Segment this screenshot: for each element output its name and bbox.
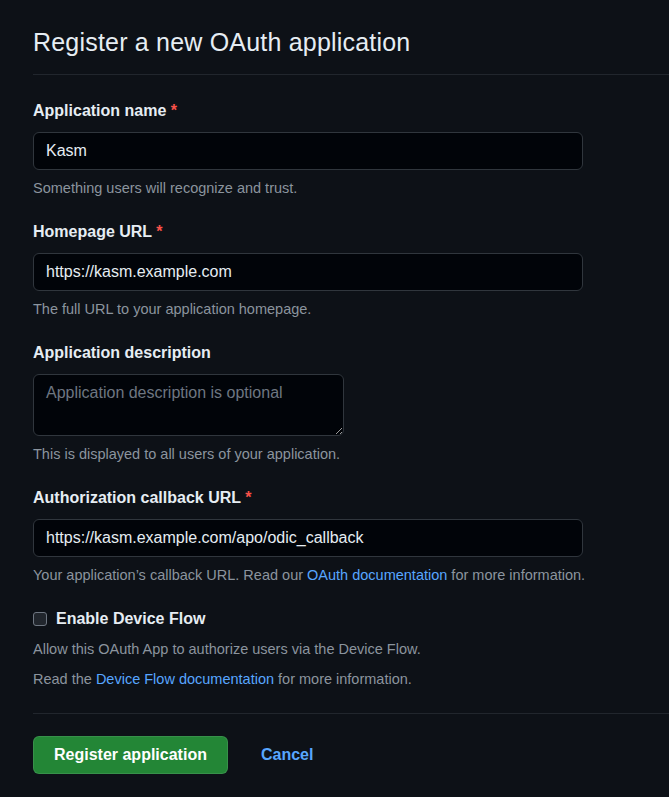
oauth-documentation-link[interactable]: OAuth documentation xyxy=(307,567,447,583)
application-description-note: This is displayed to all users of your a… xyxy=(33,446,669,463)
device-flow-checkbox[interactable] xyxy=(33,612,47,626)
form-actions: Register application Cancel xyxy=(33,736,669,774)
device-flow-note: Allow this OAuth App to authorize users … xyxy=(33,641,669,658)
required-asterisk: * xyxy=(245,489,251,506)
callback-url-group: Authorization callback URL * Your applic… xyxy=(33,488,669,584)
device-flow-read-prefix: Read the xyxy=(33,671,96,687)
homepage-url-input[interactable] xyxy=(33,253,583,291)
required-asterisk: * xyxy=(156,223,162,240)
callback-url-note-suffix: for more information. xyxy=(447,567,585,583)
device-flow-label[interactable]: Enable Device Flow xyxy=(56,609,205,628)
callback-url-note-prefix: Your application’s callback URL. Read ou… xyxy=(33,567,307,583)
cancel-link[interactable]: Cancel xyxy=(261,746,313,764)
device-flow-group: Enable Device Flow Allow this OAuth App … xyxy=(33,609,669,688)
homepage-url-note: The full URL to your application homepag… xyxy=(33,301,669,318)
homepage-url-label: Homepage URL * xyxy=(33,222,669,241)
register-application-button[interactable]: Register application xyxy=(33,736,228,774)
callback-url-note: Your application’s callback URL. Read ou… xyxy=(33,567,669,584)
device-flow-row: Enable Device Flow xyxy=(33,609,669,628)
device-flow-read-note: Read the Device Flow documentation for m… xyxy=(33,671,669,688)
actions-divider xyxy=(33,713,669,714)
application-description-textarea[interactable] xyxy=(33,374,344,436)
callback-url-label: Authorization callback URL * xyxy=(33,488,669,507)
device-flow-documentation-link[interactable]: Device Flow documentation xyxy=(96,671,274,687)
application-description-group: Application description This is displaye… xyxy=(33,343,669,463)
application-description-label-text: Application description xyxy=(33,344,211,361)
page-title: Register a new OAuth application xyxy=(33,28,669,57)
application-name-label-text: Application name xyxy=(33,102,166,119)
application-name-note: Something users will recognize and trust… xyxy=(33,180,669,197)
callback-url-input[interactable] xyxy=(33,519,583,557)
callback-url-label-text: Authorization callback URL xyxy=(33,489,241,506)
oauth-registration-form: Application name * Something users will … xyxy=(33,101,669,774)
required-asterisk: * xyxy=(171,102,177,119)
application-description-label: Application description xyxy=(33,343,669,362)
application-name-label: Application name * xyxy=(33,101,669,120)
title-divider xyxy=(33,74,669,75)
application-name-group: Application name * Something users will … xyxy=(33,101,669,197)
homepage-url-group: Homepage URL * The full URL to your appl… xyxy=(33,222,669,318)
oauth-registration-page: Register a new OAuth application Applica… xyxy=(0,0,669,774)
device-flow-read-suffix: for more information. xyxy=(274,671,412,687)
homepage-url-label-text: Homepage URL xyxy=(33,223,152,240)
application-name-input[interactable] xyxy=(33,132,583,170)
